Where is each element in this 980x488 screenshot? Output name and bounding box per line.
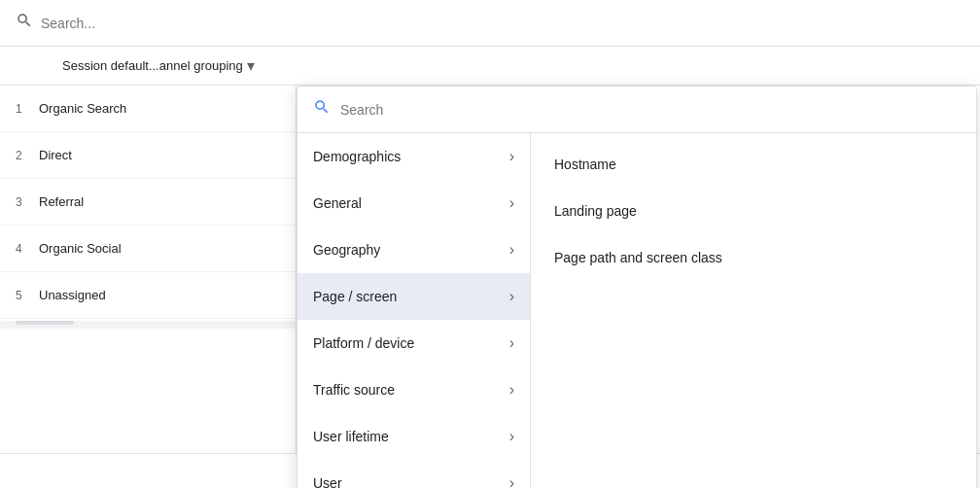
chevron-down-icon: ▾ (247, 56, 255, 75)
dropdown-left-column: Demographics › General › Geography › Pag… (298, 133, 531, 488)
dropdown-search-bar (298, 87, 976, 133)
sub-menu-item-label: Hostname (554, 157, 616, 172)
menu-item-traffic-source[interactable]: Traffic source › (298, 366, 530, 413)
menu-item-demographics[interactable]: Demographics › (298, 133, 530, 180)
table-row[interactable]: 5 Unassigned (0, 272, 296, 319)
dropdown-overlay: Demographics › General › Geography › Pag… (297, 86, 977, 488)
chevron-right-icon: › (509, 474, 514, 488)
left-table: 1 Organic Search 2 Direct 3 Referral 4 O… (0, 86, 297, 453)
chevron-right-icon: › (509, 334, 514, 352)
menu-item-label: Geography (313, 242, 380, 258)
sub-menu-item-label: Page path and screen class (554, 250, 722, 265)
menu-item-label: Page / screen (313, 289, 397, 304)
main-content: 1 Organic Search 2 Direct 3 Referral 4 O… (0, 86, 980, 453)
sub-menu-item-label: Landing page (554, 203, 637, 219)
top-search-input[interactable] (41, 16, 235, 31)
session-dropdown[interactable]: Session default...annel grouping ▾ (62, 56, 255, 75)
row-number: 2 (16, 149, 39, 162)
row-label: Referral (39, 194, 84, 209)
search-icon (16, 12, 33, 34)
menu-item-label: Demographics (313, 149, 401, 164)
row-label: Unassigned (39, 288, 106, 302)
menu-item-label: Traffic source (313, 382, 395, 398)
menu-item-label: General (313, 195, 362, 211)
row-number: 3 (16, 195, 39, 209)
table-row[interactable]: 3 Referral (0, 179, 296, 226)
chevron-right-icon: › (509, 148, 514, 165)
menu-item-geography[interactable]: Geography › (298, 227, 530, 273)
chevron-right-icon: › (509, 288, 514, 305)
session-label: Session default...annel grouping (62, 58, 243, 73)
chevron-right-icon: › (509, 428, 514, 445)
row-number: 1 (16, 102, 39, 116)
sub-menu-item-page-path-screen-class[interactable]: Page path and screen class (531, 234, 976, 281)
table-row[interactable]: 2 Direct (0, 132, 296, 179)
chevron-right-icon: › (509, 241, 514, 259)
top-search-bar (0, 0, 980, 47)
row-label: Organic Search (39, 101, 126, 116)
menu-item-page-screen[interactable]: Page / screen › (298, 273, 530, 320)
menu-item-label: Platform / device (313, 335, 414, 351)
menu-item-user-lifetime[interactable]: User lifetime › (298, 413, 530, 460)
chevron-right-icon: › (509, 194, 514, 212)
dropdown-search-input[interactable] (340, 102, 515, 118)
row-label: Organic Social (39, 241, 122, 256)
dropdown-columns: Demographics › General › Geography › Pag… (298, 133, 976, 488)
table-row[interactable]: 1 Organic Search (0, 86, 296, 132)
sub-menu-item-landing-page[interactable]: Landing page (531, 188, 976, 234)
table-row[interactable]: 4 Organic Social (0, 226, 296, 272)
chevron-right-icon: › (509, 381, 514, 399)
menu-item-user[interactable]: User › (298, 460, 530, 488)
menu-item-platform-device[interactable]: Platform / device › (298, 320, 530, 366)
scrollbar-area[interactable] (0, 321, 296, 329)
row-number: 4 (16, 242, 39, 256)
row-number: 5 (16, 289, 39, 302)
sub-header: Session default...annel grouping ▾ (0, 47, 980, 86)
scrollbar-thumb (16, 321, 74, 325)
row-label: Direct (39, 148, 72, 162)
menu-item-general[interactable]: General › (298, 180, 530, 227)
menu-item-label: User lifetime (313, 429, 389, 444)
menu-item-label: User (313, 475, 342, 488)
dropdown-right-column: HostnameLanding pagePage path and screen… (531, 133, 976, 488)
dropdown-search-icon (313, 98, 331, 121)
sub-menu-item-hostname[interactable]: Hostname (531, 141, 976, 188)
